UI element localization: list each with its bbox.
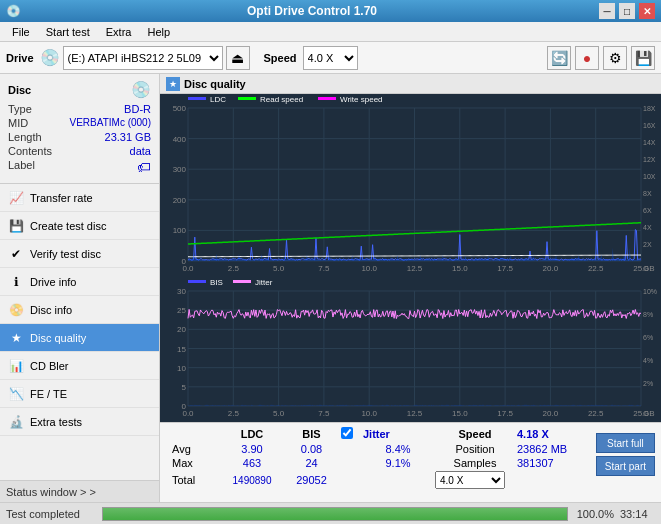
menu-help[interactable]: Help [139, 24, 178, 40]
disc-length-row: Length 23.31 GB [8, 131, 151, 143]
drive-info-icon: ℹ [8, 274, 24, 290]
disc-panel-title: Disc [8, 84, 31, 96]
nav-disc-info-label: Disc info [30, 304, 72, 316]
settings-button[interactable]: ⚙ [603, 46, 627, 70]
drive-select[interactable]: (E:) ATAPI iHBS212 2 5L09 [63, 46, 223, 70]
menu-file[interactable]: File [4, 24, 38, 40]
top-chart-canvas [160, 94, 661, 277]
nav-fe-te-label: FE / TE [30, 388, 67, 400]
disc-quality-icon: ★ [8, 330, 24, 346]
speed-stats-select[interactable]: 4.0 X [435, 471, 505, 489]
progress-bar-background [102, 507, 568, 521]
nav-disc-info[interactable]: 📀 Disc info [0, 296, 159, 324]
start-full-button[interactable]: Start full [596, 433, 655, 453]
disc-contents-label: Contents [8, 145, 52, 157]
disc-length-label: Length [8, 131, 42, 143]
close-button[interactable]: ✕ [639, 3, 655, 19]
disc-info-icon: 📀 [8, 302, 24, 318]
drive-icon: 💿 [40, 48, 60, 67]
disc-button[interactable]: ● [575, 46, 599, 70]
nav-transfer-rate[interactable]: 📈 Transfer rate [0, 184, 159, 212]
disc-type-value: BD-R [124, 103, 151, 115]
nav-drive-info-label: Drive info [30, 276, 76, 288]
fe-te-icon: 📉 [8, 386, 24, 402]
total-label: Total [172, 474, 220, 486]
speed-select[interactable]: 4.0 X [303, 46, 358, 70]
stats-footer: LDC BIS Jitter Speed 4.18 X Avg 3.90 0.0… [160, 422, 661, 502]
disc-type-label: Type [8, 103, 32, 115]
disc-contents-row: Contents data [8, 145, 151, 157]
titlebar-controls: ─ □ ✕ [599, 3, 655, 19]
jitter-avg: 8.4% [363, 443, 433, 455]
start-part-button[interactable]: Start part [596, 456, 655, 476]
nav-verify-test-disc[interactable]: ✔ Verify test disc [0, 240, 159, 268]
stats-col-speed-val: 4.18 X [517, 428, 597, 440]
bottom-chart-canvas [160, 277, 661, 422]
progress-bar-fill [103, 508, 567, 520]
nav-extra-tests-label: Extra tests [30, 416, 82, 428]
bis-max: 24 [284, 457, 339, 469]
menubar: File Start test Extra Help [0, 22, 661, 42]
menu-start-test[interactable]: Start test [38, 24, 98, 40]
jitter-checkbox[interactable] [341, 427, 353, 439]
stats-col-bis: BIS [284, 428, 339, 440]
max-label: Max [172, 457, 220, 469]
ldc-max: 463 [222, 457, 282, 469]
titlebar-title: Opti Drive Control 1.70 [247, 4, 377, 18]
nav-cd-bler[interactable]: 📊 CD Bler [0, 352, 159, 380]
stats-col-speed: Speed [435, 428, 515, 440]
right-panel: ★ Disc quality LDC BIS Jitter [160, 74, 661, 502]
refresh-button[interactable]: 🔄 [547, 46, 571, 70]
nav-fe-te[interactable]: 📉 FE / TE [0, 380, 159, 408]
maximize-button[interactable]: □ [619, 3, 635, 19]
disc-label-label: Label [8, 159, 35, 175]
jitter-max: 9.1% [363, 457, 433, 469]
drive-label: Drive [6, 52, 34, 64]
progress-time: 33:14 [620, 508, 655, 520]
nav-verify-test-disc-label: Verify test disc [30, 248, 101, 260]
disc-label-row: Label 🏷 [8, 159, 151, 175]
minimize-button[interactable]: ─ [599, 3, 615, 19]
bottom-chart [160, 277, 661, 422]
disc-type-row: Type BD-R [8, 103, 151, 115]
nav-create-test-disc[interactable]: 💾 Create test disc [0, 212, 159, 240]
speed-select-container: 4.0 X [435, 471, 515, 489]
start-buttons: Start fullStart part [596, 433, 655, 476]
disc-panel-icon: 💿 [131, 80, 151, 99]
menu-extra[interactable]: Extra [98, 24, 140, 40]
bis-total: 29052 [284, 474, 339, 486]
disc-panel-header: Disc 💿 [8, 80, 151, 99]
titlebar-icon: 💿 [6, 4, 21, 18]
stats-col-position: Position [435, 443, 515, 455]
nav-disc-quality[interactable]: ★ Disc quality [0, 324, 159, 352]
disc-mid-value: VERBATIMc (000) [70, 117, 152, 129]
disc-contents-value: data [130, 145, 151, 157]
speed-label: Speed [264, 52, 297, 64]
toolbar-right: 🔄 ● ⚙ 💾 [547, 46, 655, 70]
disc-quality-header-icon: ★ [166, 77, 180, 91]
disc-length-value: 23.31 GB [105, 131, 151, 143]
nav-drive-info[interactable]: ℹ Drive info [0, 268, 159, 296]
nav-extra-tests[interactable]: 🔬 Extra tests [0, 408, 159, 436]
stats-col-ldc: LDC [222, 428, 282, 440]
progress-percent: 100.0% [574, 508, 614, 520]
main-layout: Disc 💿 Type BD-R MID VERBATIMc (000) Len… [0, 74, 661, 502]
sidebar: Disc 💿 Type BD-R MID VERBATIMc (000) Len… [0, 74, 160, 502]
stats-samples-val: 381307 [517, 457, 597, 469]
save-button[interactable]: 💾 [631, 46, 655, 70]
stats-position-val: 23862 MB [517, 443, 597, 455]
ldc-avg: 3.90 [222, 443, 282, 455]
ldc-total: 1490890 [222, 475, 282, 486]
status-window-button[interactable]: Status window > > [0, 480, 159, 502]
status-window-label: Status window > > [6, 486, 96, 498]
progress-bar-area: Test completed 100.0% 33:14 [0, 502, 661, 524]
create-test-disc-icon: 💾 [8, 218, 24, 234]
status-message: Test completed [6, 508, 96, 520]
disc-mid-label: MID [8, 117, 28, 129]
stats-col-jitter: Jitter [363, 428, 433, 440]
titlebar: 💿 Opti Drive Control 1.70 ─ □ ✕ [0, 0, 661, 22]
bis-avg: 0.08 [284, 443, 339, 455]
eject-button[interactable]: ⏏ [226, 46, 250, 70]
nav-list: 📈 Transfer rate 💾 Create test disc ✔ Ver… [0, 184, 159, 436]
verify-test-disc-icon: ✔ [8, 246, 24, 262]
